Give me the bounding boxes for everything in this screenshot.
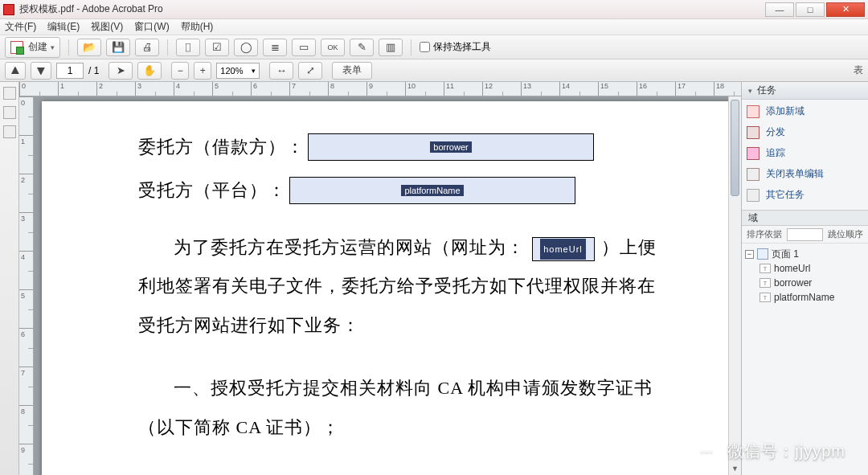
tool-8[interactable]: ▥ [379,39,403,56]
menu-view[interactable]: 视图(V) [91,20,123,34]
page-number-input[interactable]: 1 [56,63,84,79]
window-title: 授权模板.pdf - Adobe Acrobat Pro [19,2,163,16]
borrower-field[interactable]: borrower [308,133,594,161]
scroll-down-icon[interactable]: ▼ [729,462,741,475]
clause-two: 二、在受托方网站使用自己的 CA 证书进行电子文件自动签署，签署的文件范围仅限于… [138,471,661,475]
tool-7[interactable]: ✎ [350,39,374,56]
ok-icon: OK [326,41,339,54]
maximize-button[interactable]: □ [796,2,825,17]
tree-field-borrower[interactable]: Tborrower [760,276,865,290]
signature-icon: ✎ [355,41,368,54]
nav-thumbnails-icon[interactable] [3,87,16,100]
task-add-field[interactable]: 添加新域 [747,104,863,118]
menubar: 文件(F) 编辑(E) 视图(V) 窗口(W) 帮助(H) [0,19,868,35]
hand-icon: ✋ [143,64,156,77]
form-label: 表单 [342,63,362,77]
keep-select-label[interactable]: 保持选择工具 [420,40,491,54]
homeurl-field[interactable]: homeUrl [532,237,595,261]
page-up-button[interactable]: ⯅ [5,62,26,80]
tree-page-1[interactable]: −页面 1 [745,247,865,261]
open-button[interactable]: 📂 [77,39,101,56]
titlebar: 授权模板.pdf - Adobe Acrobat Pro — □ ✕ [0,0,868,19]
chevron-down-icon: ▾ [252,67,256,75]
page-down-button[interactable]: ⯆ [31,62,51,80]
zoom-out-button[interactable]: − [171,62,189,80]
tool-2[interactable]: ☑ [205,39,229,56]
task-close-label: 关闭表单编辑 [766,167,824,181]
menu-edit[interactable]: 编辑(E) [47,20,80,34]
tool-3[interactable]: ◯ [234,39,258,56]
checkbox-icon: ☑ [211,41,223,54]
fit-width-icon: ↔ [275,64,288,77]
fit-width-button[interactable]: ↔ [269,62,293,80]
tab-order-label[interactable]: 跳位顺序 [828,228,863,240]
menu-file[interactable]: 文件(F) [5,20,36,34]
scroll-thumb[interactable] [731,100,739,196]
watermark: ⋯ 微信号：jjyypm [694,438,845,464]
distribute-icon [747,126,760,139]
menu-help[interactable]: 帮助(H) [181,20,214,34]
borrower-tree-label: borrower [774,277,812,289]
task-close-form[interactable]: 关闭表单编辑 [747,167,863,181]
vertical-scrollbar[interactable]: ▲ ▼ [728,96,741,475]
close-button[interactable]: ✕ [826,2,865,17]
minimize-button[interactable]: — [765,2,794,17]
text-field-icon: T [760,278,771,288]
select-tool[interactable]: ➤ [108,62,133,80]
menu-window[interactable]: 窗口(W) [134,20,169,34]
print-icon: 🖨 [141,41,154,54]
task-other[interactable]: 其它任务 [747,188,863,202]
zoom-value: 120% [220,66,243,76]
tree-field-homeurl[interactable]: ThomeUrl [760,261,865,276]
sort-row: 排序依据 跳位顺序 [742,226,868,244]
tasks-title: 任务 [757,84,776,97]
clause-one: 一、授权受托方提交相关材料向 CA 机构申请颁发数字证书（以下简称 CA 证书）… [138,369,661,447]
fit-page-icon: ⤢ [304,64,317,77]
fields-title: 域 [748,211,758,225]
fields-header[interactable]: 域 [742,210,868,226]
tool-5[interactable]: ▭ [292,39,316,56]
zoom-input[interactable]: 120%▾ [216,63,260,79]
task-track-label: 追踪 [766,146,785,160]
sort-label: 排序依据 [747,228,782,240]
homeurl-label: homeUrl [774,263,810,274]
fit-page-button[interactable]: ⤢ [298,62,322,80]
nav-attachments-icon[interactable] [3,125,16,138]
hand-tool[interactable]: ✋ [137,62,162,80]
task-track[interactable]: 追踪 [747,146,863,160]
tool-4[interactable]: ≣ [263,39,287,56]
platform-label: 受托方（平台）： [138,178,286,203]
tasks-header[interactable]: ▾任务 [742,82,868,100]
tree-field-platform[interactable]: TplatformName [760,290,865,305]
save-icon: 💾 [112,41,125,54]
chevron-down-icon: ▾ [51,43,55,51]
borrower-row: 委托方（借款方）： borrower [138,133,661,161]
keep-select-checkbox[interactable] [420,42,430,52]
collapse-icon[interactable]: − [745,250,754,259]
tool-6[interactable]: OK [321,39,345,56]
track-icon [747,147,760,160]
wechat-icon: ⋯ [694,438,719,464]
platform-field[interactable]: platformName [289,177,575,204]
barcode-icon: ▥ [384,41,397,54]
keep-select-text: 保持选择工具 [433,40,491,54]
create-label: 创建 [28,40,47,54]
save-button[interactable]: 💾 [106,39,130,56]
add-field-icon [747,105,760,118]
task-add-label: 添加新域 [766,104,805,118]
left-nav-strip [0,82,19,475]
watermark-text: 微信号：jjyypm [727,440,845,462]
form-button[interactable]: 表单 [332,62,372,80]
zoom-in-button[interactable]: + [194,62,211,80]
right-panel: ▾任务 添加新域 分发 追踪 关闭表单编辑 其它任务 域 排序依据 跳位顺序 −… [741,82,868,475]
task-distribute[interactable]: 分发 [747,125,863,139]
toolbar-main: 创建 ▾ 📂 💾 🖨 ⌷ ☑ ◯ ≣ ▭ OK ✎ ▥ 保持选择工具 [0,35,868,59]
print-button[interactable]: 🖨 [135,39,159,56]
page-canvas[interactable]: 委托方（借款方）： borrower 受托方（平台）： platformName… [34,96,741,475]
app-icon [3,4,14,15]
create-button[interactable]: 创建 ▾ [5,37,60,58]
sort-select[interactable] [787,228,823,241]
nav-bookmarks-icon[interactable] [3,106,16,119]
tool-1[interactable]: ⌷ [176,39,200,56]
other-tasks-icon [747,189,760,202]
